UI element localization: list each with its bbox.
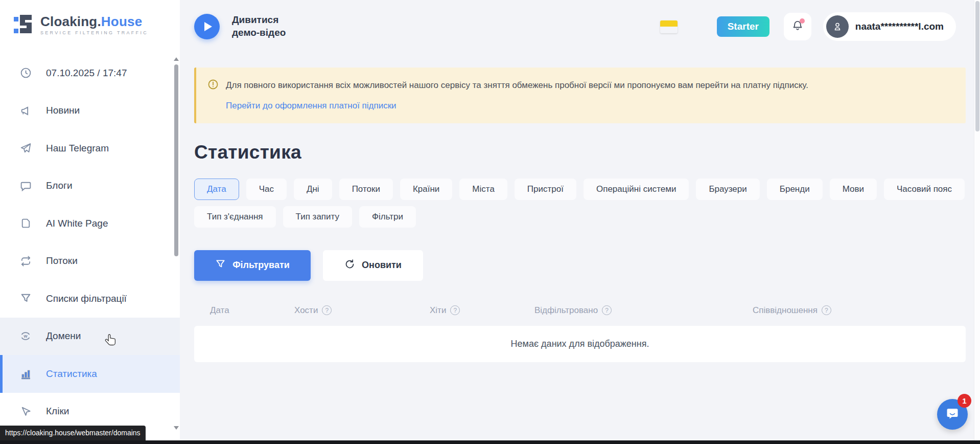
play-icon[interactable] (194, 14, 220, 39)
svg-text:w: w (23, 334, 28, 339)
sidebar-item-statistics[interactable]: Статистика (0, 355, 180, 393)
sidebar-item-label: AI White Page (46, 218, 108, 229)
sidebar-item-telegram[interactable]: Наш Telegram (0, 129, 180, 167)
brand-logo[interactable]: Cloaking.House SERVICE FILTERING TRAFFIC (0, 0, 180, 38)
filter-button[interactable]: Фільтрувати (194, 250, 311, 281)
warning-icon (207, 79, 219, 111)
sidebar-item-label: Кліки (46, 406, 69, 417)
sidebar: Cloaking.House SERVICE FILTERING TRAFFIC… (0, 0, 180, 444)
column-header-hits: Хіти ? (430, 305, 534, 316)
brand-text: Cloaking.House SERVICE FILTERING TRAFFIC (40, 15, 148, 35)
sidebar-item-label: Блоги (46, 180, 73, 191)
filter-chip-time[interactable]: Час (246, 179, 287, 200)
column-header-ratio: Співвідношення ? (753, 305, 966, 316)
plan-badge-button[interactable]: Starter (717, 16, 769, 37)
refresh-button-label: Оновити (362, 260, 402, 271)
sidebar-item-datetime[interactable]: 07.10.2025 / 17:47 (0, 54, 180, 92)
sidebar-item-label: Списки фільтрації (46, 293, 127, 304)
sidebar-item-filter-lists[interactable]: Списки фільтрації (0, 280, 180, 318)
bar-chart-icon (19, 368, 32, 380)
filter-chip-cities[interactable]: Міста (459, 179, 507, 200)
column-label: Відфільтровано (534, 305, 598, 316)
filter-chip-languages[interactable]: Мови (830, 179, 877, 200)
topbar: Дивитися демо-відео Starter naata*******… (180, 0, 980, 53)
sidebar-item-clicks[interactable]: Кліки (0, 393, 180, 431)
language-flag-ukraine[interactable] (660, 20, 678, 33)
column-label: Хіти (430, 305, 446, 316)
megaphone-icon (19, 104, 32, 117)
filter-chip-date[interactable]: Дата (194, 179, 239, 200)
sidebar-scroll-up-arrow[interactable] (174, 57, 179, 61)
sidebar-item-label: Статистика (46, 368, 97, 380)
empty-state-text: Немає даних для відображення. (511, 339, 649, 349)
sidebar-item-news[interactable]: Новини (0, 92, 180, 130)
filter-chip-timezone[interactable]: Часовий пояс (884, 179, 965, 200)
brand-tagline: SERVICE FILTERING TRAFFIC (40, 31, 148, 35)
page-scrollbar-thumb[interactable] (975, 1, 979, 131)
action-buttons: Фільтрувати Оновити (194, 250, 966, 281)
funnel-icon (19, 293, 32, 305)
notification-dot (800, 18, 805, 24)
sidebar-item-label: Наш Telegram (46, 143, 109, 154)
globe-w-icon: w (19, 330, 32, 342)
chat-bubble-icon (19, 180, 32, 192)
telegram-icon (19, 142, 32, 154)
filter-chip-os[interactable]: Операційні системи (584, 179, 689, 200)
sidebar-scroll-down-arrow[interactable] (174, 426, 179, 430)
cursor-icon (19, 405, 32, 417)
banner-text: Для повного використання всіх можливосте… (226, 79, 808, 92)
stats-table-header: Дата Хости ? Хіти ? Відфільтровано ? Спі… (194, 305, 966, 316)
page-title: Статистика (194, 142, 966, 163)
sidebar-item-ai-white-page[interactable]: AI White Page (0, 205, 180, 242)
status-bar-url: https://cloaking.house/webmaster/domains (0, 426, 146, 440)
sidebar-item-label: Новини (46, 105, 80, 116)
sidebar-item-label: 07.10.2025 / 17:47 (46, 68, 127, 79)
screen-bottom-edge (0, 440, 980, 444)
column-label: Хости (294, 305, 318, 316)
page-scrollbar[interactable] (974, 0, 980, 440)
empty-state-card: Немає даних для відображення. (194, 326, 966, 362)
filter-chip-countries[interactable]: Країни (400, 179, 452, 200)
filter-chip-brands[interactable]: Бренди (767, 179, 823, 200)
brand-logo-icon (12, 12, 34, 38)
subscription-link[interactable]: Перейти до оформлення платної підписки (226, 101, 396, 111)
filter-chip-streams[interactable]: Потоки (339, 179, 393, 200)
sidebar-item-label: Домени (46, 330, 81, 342)
sidebar-item-blogs[interactable]: Блоги (0, 167, 180, 205)
sidebar-item-domains[interactable]: w Домени (0, 318, 180, 356)
chat-unread-badge: 1 (958, 394, 971, 408)
help-icon[interactable]: ? (602, 305, 612, 315)
sidebar-item-flows[interactable]: Потоки (0, 242, 180, 280)
column-header-date: Дата (210, 305, 294, 316)
user-email: naata**********l.com (855, 21, 944, 32)
main-content: Для повного використання всіх можливосте… (194, 53, 966, 362)
page-icon (19, 217, 32, 230)
column-header-filtered: Відфільтровано ? (534, 305, 753, 316)
filter-chip-filters[interactable]: Фільтри (359, 206, 416, 228)
filter-chip-connection-type[interactable]: Тип з'єднання (194, 206, 276, 228)
refresh-icon (344, 259, 355, 272)
user-account-button[interactable]: naata**********l.com (823, 12, 956, 41)
filter-chip-devices[interactable]: Пристрої (515, 179, 576, 200)
refresh-button[interactable]: Оновити (323, 250, 423, 281)
brand-name: Cloaking. (40, 14, 101, 29)
column-label: Співвідношення (753, 305, 818, 316)
help-icon[interactable]: ? (822, 305, 831, 315)
sidebar-item-label: Потоки (46, 255, 78, 267)
column-label: Дата (210, 305, 229, 316)
filter-chip-group: Дата Час Дні Потоки Країни Міста Пристро… (194, 179, 966, 228)
help-icon[interactable]: ? (450, 305, 460, 315)
trial-warning-banner: Для повного використання всіх можливосте… (194, 68, 966, 123)
sidebar-scrollbar-thumb[interactable] (174, 64, 178, 256)
filter-chip-browsers[interactable]: Браузери (696, 179, 759, 200)
demo-video-button[interactable]: Дивитися демо-відео (194, 14, 297, 39)
topbar-right-cluster: Starter naata**********l.com (660, 12, 956, 41)
help-icon[interactable]: ? (322, 305, 332, 315)
repeat-icon (19, 255, 32, 267)
filter-chip-days[interactable]: Дні (294, 179, 332, 200)
brand-name-accent: House (101, 14, 142, 29)
funnel-icon (215, 259, 226, 272)
notifications-button[interactable] (784, 13, 811, 40)
demo-video-label: Дивитися демо-відео (232, 14, 297, 39)
filter-chip-request-type[interactable]: Тип запиту (283, 206, 353, 228)
